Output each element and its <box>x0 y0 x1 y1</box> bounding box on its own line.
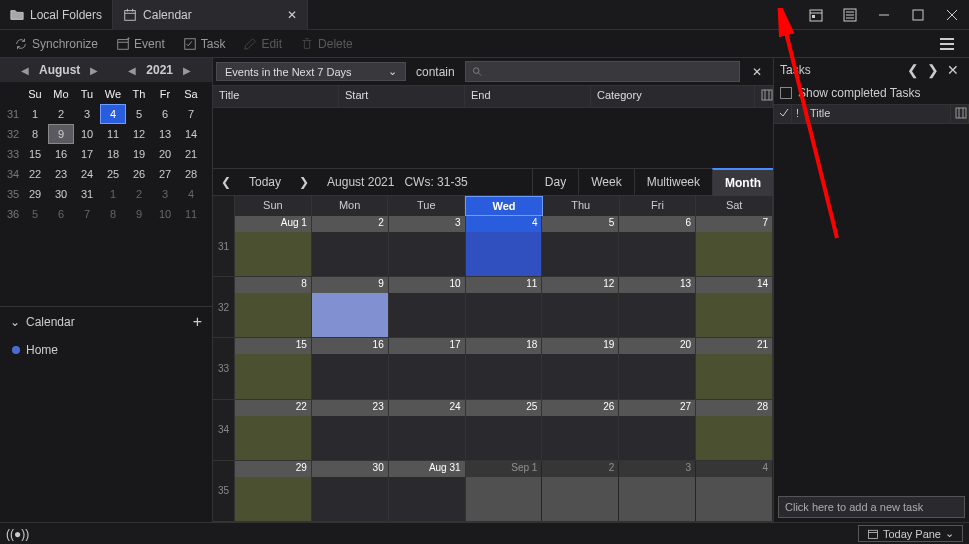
search-input[interactable] <box>465 61 740 82</box>
next-year-button[interactable]: ▶ <box>179 65 195 76</box>
day-cell[interactable]: 17 <box>389 338 466 398</box>
view-month-button[interactable]: Month <box>712 168 773 196</box>
toggle-tasks-pane-icon[interactable] <box>833 0 867 30</box>
day-cell[interactable]: 25 <box>466 400 543 460</box>
prev-year-button[interactable]: ◀ <box>124 65 140 76</box>
tasks-prev-button[interactable]: ❮ <box>903 62 923 78</box>
toggle-calendar-pane-icon[interactable] <box>799 0 833 30</box>
clear-filter-button[interactable]: ✕ <box>744 65 770 79</box>
new-event-button[interactable]: + Event <box>108 34 173 54</box>
mini-month-label[interactable]: August <box>39 63 80 77</box>
day-cell[interactable]: 4 <box>466 216 543 276</box>
day-cell[interactable]: 2 <box>312 216 389 276</box>
add-task-input[interactable]: Click here to add a new task <box>778 496 965 518</box>
day-cell[interactable]: 30 <box>312 461 389 521</box>
mini-day[interactable]: 21 <box>178 144 204 164</box>
window-maximize-icon[interactable] <box>901 0 935 30</box>
mini-day[interactable]: 8 <box>22 124 48 144</box>
day-cell[interactable]: 24 <box>389 400 466 460</box>
day-cell[interactable]: 26 <box>542 400 619 460</box>
mini-day[interactable]: 5 <box>22 204 48 224</box>
mini-day[interactable]: 2 <box>48 104 74 124</box>
tasks-next-button[interactable]: ❯ <box>923 62 943 78</box>
tasks-close-button[interactable]: ✕ <box>943 62 963 78</box>
col-start[interactable]: Start <box>339 86 465 107</box>
mini-calendar[interactable]: SuMoTuWeThFrSa31123456732891011121314331… <box>0 82 212 226</box>
day-cell[interactable]: 13 <box>619 277 696 337</box>
mini-day[interactable]: 6 <box>48 204 74 224</box>
checkbox-icon[interactable] <box>780 87 792 99</box>
day-cell[interactable]: 3 <box>619 461 696 521</box>
day-cell[interactable]: 22 <box>235 400 312 460</box>
tab-local-folders[interactable]: Local Folders <box>0 0 113 30</box>
day-cell[interactable]: 28 <box>696 400 773 460</box>
day-cell[interactable]: 21 <box>696 338 773 398</box>
mini-day[interactable]: 27 <box>152 164 178 184</box>
task-col-title[interactable]: Title <box>806 105 951 123</box>
column-picker-icon[interactable] <box>755 86 773 107</box>
mini-day[interactable]: 10 <box>152 204 178 224</box>
day-cell[interactable]: 23 <box>312 400 389 460</box>
mini-day[interactable]: 7 <box>178 104 204 124</box>
mini-day[interactable]: 29 <box>22 184 48 204</box>
mini-day[interactable]: 24 <box>74 164 100 184</box>
app-menu-button[interactable] <box>931 33 963 55</box>
event-list-body[interactable] <box>213 108 773 168</box>
day-cell[interactable]: 19 <box>542 338 619 398</box>
synchronize-button[interactable]: Synchronize <box>6 34 106 54</box>
prev-month-button[interactable]: ◀ <box>17 65 33 76</box>
next-period-button[interactable]: ❯ <box>291 171 317 193</box>
mini-day[interactable]: 13 <box>152 124 178 144</box>
tab-calendar[interactable]: Calendar ✕ <box>113 0 308 30</box>
day-cell[interactable]: 2 <box>542 461 619 521</box>
events-filter-dropdown[interactable]: Events in the Next 7 Days ⌄ <box>216 62 406 81</box>
mini-day[interactable]: 18 <box>100 144 126 164</box>
window-minimize-icon[interactable] <box>867 0 901 30</box>
mini-day[interactable]: 2 <box>126 184 152 204</box>
task-col-done[interactable] <box>774 105 792 123</box>
mini-day[interactable]: 12 <box>126 124 152 144</box>
day-cell[interactable]: 12 <box>542 277 619 337</box>
show-completed-toggle[interactable]: Show completed Tasks <box>774 82 969 104</box>
col-end[interactable]: End <box>465 86 591 107</box>
day-cell[interactable]: 18 <box>466 338 543 398</box>
next-month-button[interactable]: ▶ <box>86 65 102 76</box>
day-cell[interactable]: 8 <box>235 277 312 337</box>
day-cell[interactable]: 4 <box>696 461 773 521</box>
today-button[interactable]: Today <box>239 171 291 193</box>
close-tab-icon[interactable]: ✕ <box>287 8 297 22</box>
column-picker-icon[interactable] <box>951 105 969 123</box>
mini-day[interactable]: 9 <box>48 124 74 144</box>
mini-day[interactable]: 19 <box>126 144 152 164</box>
today-pane-toggle[interactable]: Today Pane ⌄ <box>858 525 963 542</box>
mini-day[interactable]: 30 <box>48 184 74 204</box>
view-week-button[interactable]: Week <box>578 169 633 195</box>
mini-day[interactable]: 6 <box>152 104 178 124</box>
mini-day[interactable]: 7 <box>74 204 100 224</box>
mini-day[interactable]: 16 <box>48 144 74 164</box>
calendar-section-header[interactable]: ⌄ Calendar + <box>0 306 212 337</box>
day-cell[interactable]: Aug 31 <box>389 461 466 521</box>
mini-day[interactable]: 11 <box>100 124 126 144</box>
mini-day[interactable]: 4 <box>100 104 126 124</box>
task-col-priority[interactable]: ! <box>792 105 806 123</box>
add-calendar-button[interactable]: + <box>193 313 202 331</box>
mini-year-label[interactable]: 2021 <box>146 63 173 77</box>
mini-day[interactable]: 28 <box>178 164 204 184</box>
day-cell[interactable]: 16 <box>312 338 389 398</box>
day-cell[interactable]: 20 <box>619 338 696 398</box>
mini-day[interactable]: 5 <box>126 104 152 124</box>
mini-day[interactable]: 17 <box>74 144 100 164</box>
day-cell[interactable]: 3 <box>389 216 466 276</box>
day-cell[interactable]: 6 <box>619 216 696 276</box>
day-cell[interactable]: 9 <box>312 277 389 337</box>
mini-day[interactable]: 8 <box>100 204 126 224</box>
day-cell[interactable]: 10 <box>389 277 466 337</box>
new-task-button[interactable]: Task <box>175 34 234 54</box>
day-cell[interactable]: 14 <box>696 277 773 337</box>
calendar-item-home[interactable]: Home <box>0 337 212 363</box>
connection-status-icon[interactable]: ((●)) <box>6 527 29 541</box>
col-title[interactable]: Title <box>213 86 339 107</box>
day-cell[interactable]: 7 <box>696 216 773 276</box>
mini-day[interactable]: 3 <box>152 184 178 204</box>
